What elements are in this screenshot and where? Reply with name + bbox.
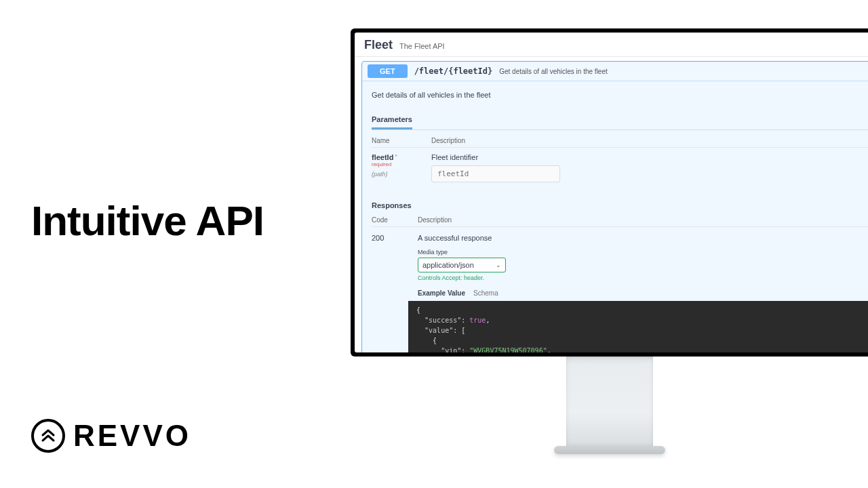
brand-logo: REVVO	[31, 419, 191, 453]
media-type-label: Media type	[418, 249, 868, 256]
col-header-resp-description: Description	[418, 216, 452, 224]
http-method-badge: GET	[368, 64, 408, 78]
operation-summary[interactable]: GET /fleet/{fleetId} Get details of all …	[362, 62, 868, 81]
col-header-name: Name	[372, 137, 412, 144]
col-header-description: Description	[431, 137, 465, 144]
chevrons-up-icon	[39, 427, 57, 445]
chevron-down-icon: ⌄	[496, 262, 501, 268]
response-row: 200 A successful response Media type app…	[372, 226, 868, 352]
api-group-header[interactable]: Fleet The Fleet API	[355, 33, 868, 57]
tab-schema[interactable]: Schema	[473, 289, 498, 297]
response-description: A successful response	[418, 234, 868, 242]
param-row: fleetId* required (path) Fleet identifie…	[372, 147, 868, 193]
monitor-frame: Fleet The Fleet API GET /fleet/{fleetId}…	[351, 28, 868, 357]
operation-description: Get details of all vehicles in the fleet	[372, 87, 868, 111]
brand-logo-mark	[31, 419, 65, 453]
operation-path: /fleet/{fleetId}	[414, 66, 493, 76]
param-name: fleetId	[372, 153, 393, 161]
col-header-code: Code	[372, 216, 399, 224]
tab-parameters[interactable]: Parameters	[372, 111, 412, 129]
api-group-title: Fleet	[364, 38, 393, 52]
response-example-code: { "success": true, "value": [ { "vin": "…	[408, 301, 868, 352]
media-type-note: Controls Accept: header.	[418, 274, 868, 281]
media-type-value: application/json	[422, 261, 474, 269]
param-location: (path)	[372, 171, 412, 178]
media-type-select[interactable]: application/json ⌄	[418, 258, 506, 272]
tab-example-value[interactable]: Example Value	[418, 289, 465, 297]
param-input-fleetid[interactable]	[431, 165, 560, 182]
operation-summary-text: Get details of all vehicles in the fleet	[499, 68, 608, 75]
api-doc-screen: Fleet The Fleet API GET /fleet/{fleetId}…	[355, 33, 868, 352]
api-group-desc: The Fleet API	[399, 42, 445, 50]
brand-logo-text: REVVO	[73, 419, 191, 453]
param-description: Fleet identifier	[431, 153, 560, 161]
page-headline: Intuitive API	[31, 197, 264, 245]
response-code: 200	[372, 234, 399, 352]
operation-block: GET /fleet/{fleetId} Get details of all …	[361, 61, 868, 352]
monitor-stand	[566, 357, 653, 450]
responses-heading: Responses	[372, 193, 868, 214]
